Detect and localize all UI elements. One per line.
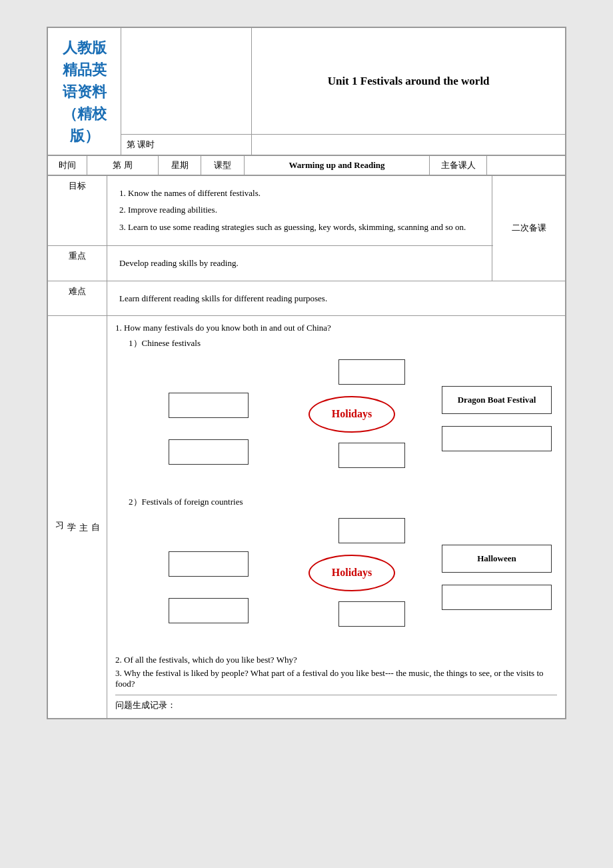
question3: 3. Why the festival is liked by people? … — [115, 668, 557, 689]
zhongdian-text: Develop reading skills by reading. — [113, 250, 486, 276]
zhongdian-content: Develop reading skills by reading. — [107, 246, 492, 281]
time-row: 时间 第 周 星期 课型 Warming up and Reading 主备课人 — [48, 156, 566, 175]
nandian-row: 难点 Learn different reading skills for di… — [48, 281, 566, 315]
question2: 2. Of all the festivals, which do you li… — [115, 655, 557, 665]
type-label: 课型 — [201, 156, 244, 175]
week-label: 第 周 — [87, 156, 158, 175]
mubiao-row: 目标 1. Know the names of different festiv… — [48, 176, 566, 246]
lesson-num: 第 课时 — [121, 135, 252, 155]
teacher-value — [487, 156, 566, 175]
right-mid-box-1 — [442, 426, 552, 451]
section2-label: 2）Festivals of foreign countries — [129, 496, 557, 508]
section1-label: 1）Chinese festivals — [129, 337, 557, 349]
zizhu-label: 自主学习 — [48, 315, 107, 718]
mubiao-item-1: 1. Know the names of different festivals… — [119, 185, 480, 201]
header-table: 人教版 精品英 语资料 （精校 版） Unit 1 Festivals arou… — [47, 27, 566, 155]
note-section: 问题生成记录： — [115, 695, 557, 711]
zizhu-content: 1. How many festivals do you know both i… — [107, 315, 566, 718]
right-top-box-2: Halloween — [442, 545, 552, 573]
brand-cell: 人教版 精品英 语资料 （精校 版） — [48, 28, 121, 155]
mubiao-items: 1. Know the names of different festivals… — [113, 180, 486, 241]
erci-cell: 二次备课 — [492, 176, 566, 281]
question1: 1. How many festivals do you know both i… — [115, 323, 557, 333]
mubiao-item-3: 3. Learn to use some reading strategies … — [119, 219, 480, 235]
bottom-center-box-1 — [338, 443, 405, 468]
note-label: 问题生成记录： — [115, 700, 176, 710]
mubiao-content: 1. Know the names of different festivals… — [107, 176, 492, 246]
left-bottom-box-1 — [169, 439, 249, 465]
nandian-label: 难点 — [48, 281, 107, 315]
time-table: 时间 第 周 星期 课型 Warming up and Reading 主备课人 — [47, 155, 566, 175]
empty-bottom-right — [252, 135, 566, 155]
page: 人教版 精品英 语资料 （精校 版） Unit 1 Festivals arou… — [47, 27, 566, 719]
right-mid-box-2 — [442, 585, 552, 610]
top-center-box-2 — [338, 518, 405, 543]
brand-text: 人教版 精品英 语资料 （精校 版） — [53, 37, 115, 147]
nandian-text: Learn different reading skills for diffe… — [113, 285, 560, 311]
zhongdian-label: 重点 — [48, 246, 107, 281]
empty-top-cell — [121, 28, 252, 135]
mubiao-item-2: 2. Improve reading abilities. — [119, 202, 480, 217]
main-table: 目标 1. Know the names of different festiv… — [47, 175, 566, 719]
top-center-box-1 — [338, 359, 405, 385]
left-bottom-box-2 — [169, 598, 249, 623]
teacher-label: 主备课人 — [430, 156, 487, 175]
mubiao-label: 目标 — [48, 176, 107, 246]
center-ellipse-2: Holidays — [308, 555, 395, 591]
day-label: 星期 — [159, 156, 201, 175]
left-box-1 — [169, 393, 249, 418]
right-top-box-1: Dragon Boat Festival — [442, 386, 552, 414]
diagram2: Holidays Halloween — [115, 515, 557, 648]
type-value: Warming up and Reading — [244, 156, 430, 175]
diagram1: Holidays Dragon Boat Festival — [115, 356, 557, 489]
nandian-content: Learn different reading skills for diffe… — [107, 281, 566, 315]
title-area: Unit 1 Festivals around the world — [252, 28, 566, 135]
bottom-center-box-2 — [338, 601, 405, 627]
left-box-2 — [169, 551, 249, 577]
zhongdian-row: 重点 Develop reading skills by reading. — [48, 246, 566, 281]
zizhu-row: 自主学习 1. How many festivals do you know b… — [48, 315, 566, 718]
center-ellipse-1: Holidays — [308, 396, 395, 433]
time-label: 时间 — [48, 156, 87, 175]
unit-title: Unit 1 Festivals around the world — [252, 68, 565, 95]
